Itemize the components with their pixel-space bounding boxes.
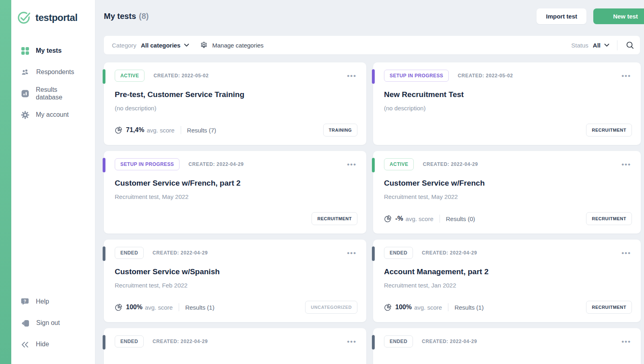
- test-description: Recruitment test, May 2022: [384, 193, 632, 200]
- results-count[interactable]: Results (0): [446, 215, 475, 222]
- test-title[interactable]: Customer Service w/French: [384, 179, 632, 188]
- test-card[interactable]: ACTIVE CREATED: 2022-04-29 ••• Customer …: [373, 151, 641, 234]
- status-accent-bar: [103, 69, 105, 84]
- test-title[interactable]: Pre-test, Customer Service Training: [115, 90, 357, 99]
- people-icon: [21, 68, 30, 77]
- test-card[interactable]: ENDED CREATED: 2022-04-29 ••• Customer S…: [104, 240, 366, 322]
- import-test-button[interactable]: Import test: [537, 8, 586, 24]
- page-title: My tests: [104, 12, 136, 21]
- avg-score-label: avg. score: [147, 127, 174, 134]
- pie-chart-icon: [384, 304, 392, 311]
- avg-score-label: avg. score: [145, 304, 173, 311]
- double-chevron-left-icon: [21, 341, 29, 348]
- sidebar-item-my-account[interactable]: My account: [11, 104, 95, 126]
- test-card[interactable]: SETUP IN PROGRESS CREATED: 2022-05-02 ••…: [373, 62, 641, 145]
- created-date: CREATED: 2022-04-29: [423, 161, 478, 167]
- card-footer: 100% avg. score Results (1) RECRUITMENT: [384, 300, 632, 314]
- test-title[interactable]: Customer Service w/Spanish: [115, 267, 357, 276]
- test-description: Recruitment test, Feb 2022: [115, 282, 357, 289]
- results-count[interactable]: Results (1): [454, 304, 484, 311]
- pie-chart-icon: [115, 126, 122, 134]
- sidebar-item-label: Respondents: [36, 68, 74, 76]
- status-badge: ACTIVE: [384, 158, 414, 170]
- test-title[interactable]: New Recruitment Test: [384, 90, 632, 99]
- category-tag: UNCATEGORIZED: [305, 301, 357, 314]
- sidebar-item-my-tests[interactable]: My tests: [11, 40, 95, 62]
- card-menu-button[interactable]: •••: [346, 159, 357, 170]
- card-footer: -% avg. score Results (0) RECRUITMENT: [384, 212, 632, 225]
- category-tag: RECRUITMENT: [586, 212, 632, 225]
- status-accent-bar: [372, 335, 375, 350]
- card-top-row: SETUP IN PROGRESS CREATED: 2022-05-02 ••…: [384, 70, 632, 82]
- manage-categories-button[interactable]: Manage categories: [200, 41, 264, 49]
- created-date: CREATED: 2022-05-02: [153, 73, 208, 79]
- card-menu-button[interactable]: •••: [346, 71, 357, 81]
- status-select-value: All: [593, 42, 601, 49]
- created-date: CREATED: 2022-04-29: [188, 161, 244, 167]
- card-menu-button[interactable]: •••: [621, 248, 632, 258]
- status-accent-bar: [103, 158, 105, 172]
- test-card[interactable]: ENDED CREATED: 2022-04-29 ••• Account Ma…: [373, 240, 641, 322]
- sidebar-item-label: Results database: [36, 86, 73, 101]
- status-accent-bar: [103, 246, 105, 261]
- category-select[interactable]: All categories: [141, 42, 189, 49]
- status-accent-bar: [372, 246, 375, 261]
- card-menu-button[interactable]: •••: [621, 337, 632, 347]
- card-menu-button[interactable]: •••: [621, 159, 632, 170]
- status-badge: SETUP IN PROGRESS: [384, 70, 449, 82]
- created-date: CREATED: 2022-04-29: [153, 339, 208, 344]
- sidebar-item-label: Hide: [36, 341, 49, 348]
- test-card[interactable]: SETUP IN PROGRESS CREATED: 2022-04-29 ••…: [104, 151, 366, 234]
- sidebar-item-label: My account: [36, 111, 69, 118]
- app-window: testportal My tests: [0, 0, 644, 364]
- sidebar-item-hide[interactable]: Hide: [11, 334, 95, 355]
- stats-divider: [181, 126, 181, 134]
- sidebar-nav: My tests Respondents: [11, 40, 95, 126]
- filter-bar: Category All categories Manage categor: [104, 36, 640, 54]
- test-card[interactable]: ENDED CREATED: 2022-04-29 •••: [104, 328, 366, 364]
- test-title[interactable]: Customer Service w/French, part 2: [115, 179, 357, 188]
- card-footer: 71,4% avg. score Results (7) TRAINING: [115, 123, 357, 137]
- sidebar-item-results-database[interactable]: Results database: [11, 83, 95, 104]
- sidebar: testportal My tests: [11, 0, 95, 364]
- search-icon: [625, 41, 634, 50]
- test-title[interactable]: Account Management, part 2: [384, 267, 632, 276]
- sign-out-icon: [21, 319, 30, 327]
- chevron-down-icon: [604, 43, 609, 47]
- sidebar-item-sign-out[interactable]: Sign out: [11, 312, 95, 334]
- created-date: CREATED: 2022-04-29: [153, 250, 208, 256]
- results-count[interactable]: Results (7): [187, 127, 217, 134]
- card-top-row: ENDED CREATED: 2022-04-29 •••: [384, 335, 632, 347]
- status-badge: ENDED: [115, 335, 144, 347]
- stats-divider: [448, 303, 448, 311]
- sidebar-bottom-nav: ? Help Sign out: [11, 291, 95, 364]
- avg-score-value: 71,4%: [126, 126, 144, 134]
- results-count[interactable]: Results (1): [185, 304, 215, 311]
- avg-score-label: avg. score: [406, 215, 433, 222]
- new-test-button[interactable]: New test: [593, 8, 644, 24]
- created-date: CREATED: 2022-04-29: [422, 250, 477, 256]
- status-badge: ENDED: [384, 335, 413, 347]
- status-filter-label: Status: [571, 42, 588, 49]
- card-menu-button[interactable]: •••: [346, 248, 357, 258]
- status-select[interactable]: All: [593, 42, 609, 49]
- brand-name: testportal: [35, 12, 77, 23]
- sidebar-item-respondents[interactable]: Respondents: [11, 62, 95, 83]
- avg-score-value: 100%: [126, 304, 142, 311]
- created-date: CREATED: 2022-05-02: [458, 73, 513, 79]
- test-card[interactable]: ENDED CREATED: 2022-04-29 •••: [373, 328, 641, 364]
- test-card[interactable]: ACTIVE CREATED: 2022-05-02 ••• Pre-test,…: [104, 62, 366, 145]
- status-badge: ACTIVE: [115, 70, 144, 82]
- sidebar-item-help[interactable]: ? Help: [11, 291, 95, 312]
- status-badge: SETUP IN PROGRESS: [115, 158, 180, 170]
- test-cards-grid: ACTIVE CREATED: 2022-05-02 ••• Pre-test,…: [104, 62, 640, 364]
- brand-accent-strip: [0, 0, 11, 364]
- status-accent-bar: [372, 158, 375, 172]
- card-menu-button[interactable]: •••: [621, 71, 632, 81]
- category-tag: RECRUITMENT: [312, 212, 357, 225]
- search-button[interactable]: [625, 41, 640, 50]
- card-menu-button[interactable]: •••: [346, 337, 357, 347]
- test-description: (no description): [384, 105, 632, 112]
- filter-divider: [617, 40, 617, 50]
- brand-logo[interactable]: testportal: [11, 9, 95, 27]
